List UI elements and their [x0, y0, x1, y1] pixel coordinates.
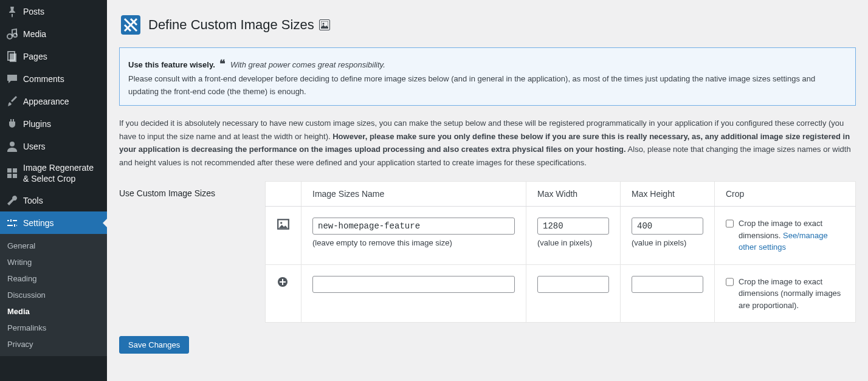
notice-body: Please consult with a front-end develope… — [128, 74, 815, 96]
max-width-input[interactable] — [537, 218, 609, 235]
svg-rect-3 — [10, 53, 16, 62]
column-header-height: Max Height — [621, 182, 715, 207]
brush-icon — [6, 95, 18, 108]
table-row: Crop the image to exact dimensions (norm… — [266, 264, 856, 323]
svg-point-11 — [322, 23, 324, 25]
sidebar-item-appearance[interactable]: Appearance — [0, 90, 107, 112]
column-header-name: Image Sizes Name — [301, 182, 526, 207]
sidebar-item-plugins[interactable]: Plugins — [0, 112, 107, 135]
svg-point-4 — [10, 142, 15, 146]
max-height-note: (value in pixels) — [632, 238, 703, 247]
sidebar-item-label: Pages — [23, 52, 47, 61]
max-width-note: (value in pixels) — [537, 238, 609, 247]
sidebar-item-label: Plugins — [23, 119, 51, 129]
page-title-wrap: Define Custom Image Sizes — [119, 13, 856, 36]
crop-checkbox[interactable] — [726, 277, 734, 287]
sidebar-item-label: Image Regenerate & Select Crop — [23, 162, 101, 184]
svg-rect-5 — [7, 168, 12, 173]
svg-rect-8 — [13, 174, 17, 178]
image-sizes-table: Image Sizes Name Max Width Max Height Cr… — [265, 181, 856, 323]
submenu-writing[interactable]: Writing — [0, 254, 107, 270]
submenu-reading[interactable]: Reading — [0, 270, 107, 287]
image-icon — [277, 224, 290, 233]
page-icon — [6, 50, 18, 63]
svg-rect-6 — [13, 168, 17, 173]
sidebar-item-users[interactable]: Users — [0, 135, 107, 157]
regenerate-icon — [6, 167, 18, 179]
notice-quote: With great power comes great responsibil… — [230, 60, 385, 69]
size-name-input[interactable] — [312, 276, 515, 293]
crop-checkbox[interactable] — [726, 219, 734, 228]
max-height-input[interactable] — [632, 276, 703, 293]
crop-label: Crop the image to exact dimensions (norm… — [739, 276, 844, 312]
submenu-media[interactable]: Media — [0, 303, 107, 320]
section-label: Use Custom Image Sizes — [119, 181, 253, 198]
sidebar-item-label: Posts — [23, 7, 44, 16]
notice-strong: Use this feature wisely. — [128, 60, 215, 69]
quote-icon: ❝ — [219, 58, 226, 70]
sidebar-item-posts[interactable]: Posts — [0, 0, 107, 22]
submenu-permalinks[interactable]: Permalinks — [0, 320, 107, 336]
sidebar-item-pages[interactable]: Pages — [0, 45, 107, 67]
svg-point-13 — [280, 222, 282, 224]
submenu-discussion[interactable]: Discussion — [0, 287, 107, 303]
plus-circle-icon — [277, 281, 289, 290]
pin-icon — [6, 5, 18, 18]
admin-sidebar: Posts Media Pages Comments Appearance Pl… — [0, 0, 107, 381]
submenu-privacy[interactable]: Privacy — [0, 336, 107, 352]
column-header-crop: Crop — [715, 182, 856, 207]
comment-icon — [6, 73, 18, 85]
svg-point-1 — [13, 33, 17, 37]
size-name-input[interactable] — [312, 218, 515, 235]
sidebar-item-tools[interactable]: Tools — [0, 189, 107, 211]
sidebar-item-label: Settings — [23, 218, 54, 228]
sidebar-item-label: Media — [23, 29, 46, 39]
sidebar-item-media[interactable]: Media — [0, 22, 107, 45]
settings-submenu: General Writing Reading Discussion Media… — [0, 234, 107, 356]
save-changes-button[interactable]: Save Changes — [119, 336, 189, 354]
page-title: Define Custom Image Sizes — [148, 17, 330, 33]
sidebar-item-label: Appearance — [23, 97, 69, 106]
table-row: (leave empty to remove this image size) … — [266, 207, 856, 265]
crop-label: Crop the image to exact dimensions. See/… — [739, 218, 844, 253]
sidebar-item-label: Tools — [23, 196, 43, 205]
size-name-note: (leave empty to remove this image size) — [312, 238, 515, 247]
page-title-text: Define Custom Image Sizes — [148, 17, 314, 33]
submenu-general[interactable]: General — [0, 238, 107, 254]
sidebar-item-label: Comments — [23, 74, 64, 84]
sidebar-item-image-regenerate[interactable]: Image Regenerate & Select Crop — [0, 157, 107, 189]
sidebar-item-label: Users — [23, 142, 46, 151]
main-content: Define Custom Image Sizes Use this featu… — [107, 0, 868, 381]
svg-rect-7 — [7, 174, 12, 178]
page-title-icon — [119, 13, 142, 36]
plug-icon — [6, 118, 18, 130]
sidebar-item-settings[interactable]: Settings — [0, 211, 107, 234]
image-badge-icon — [319, 19, 330, 30]
intro-text: If you decided it is absolutely necessar… — [119, 117, 856, 169]
sidebar-item-comments[interactable]: Comments — [0, 67, 107, 90]
column-header-width: Max Width — [526, 182, 621, 207]
max-width-input[interactable] — [537, 276, 609, 293]
sliders-icon — [6, 217, 18, 229]
media-icon — [6, 28, 18, 40]
warning-notice: Use this feature wisely. ❝ With great po… — [119, 47, 856, 106]
max-height-input[interactable] — [632, 218, 703, 235]
svg-point-0 — [7, 34, 12, 39]
wrench-icon — [6, 194, 18, 207]
user-icon — [6, 140, 18, 153]
